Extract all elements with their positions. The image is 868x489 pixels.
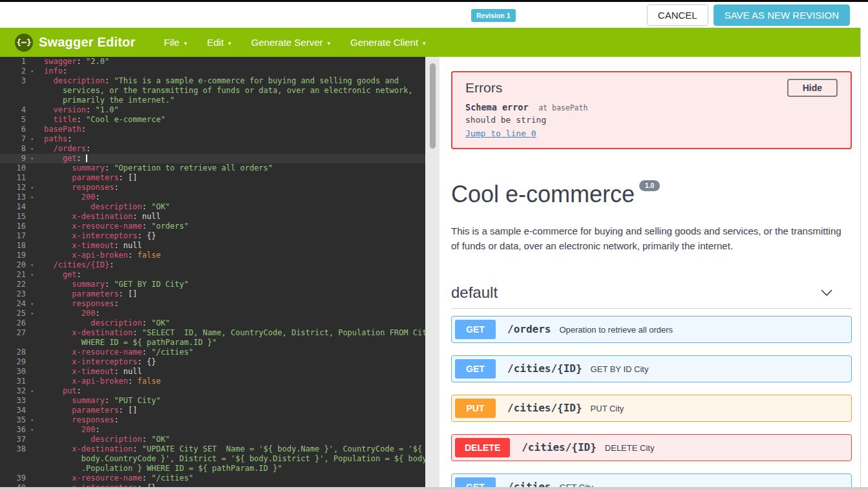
line-number: 25▾	[0, 309, 35, 318]
fold-arrow-icon[interactable]: ▾	[30, 67, 34, 76]
editor-scrollbar-thumb[interactable]	[430, 63, 436, 149]
fold-arrow-icon[interactable]: ▾	[30, 309, 34, 318]
method-badge: GET	[455, 359, 496, 379]
section-default-header[interactable]: default	[451, 284, 852, 309]
code-line[interactable]: 12▾ responses:	[0, 183, 425, 192]
code-line[interactable]: 18 x-timeout: null	[0, 241, 425, 251]
menu-file[interactable]: File▾	[164, 37, 187, 48]
code-line[interactable]: 37 description: "OK"	[0, 435, 425, 444]
fold-arrow-icon[interactable]: ▾	[30, 154, 34, 163]
code-line[interactable]: 15 x-destination: null	[0, 212, 425, 222]
code-line[interactable]: 17 x-interceptors: {}	[0, 231, 425, 241]
code-text: info:	[35, 67, 67, 76]
code-line[interactable]: 16 x-resource-name: "orders"	[0, 222, 425, 231]
fold-arrow-icon[interactable]: ▾	[30, 144, 34, 154]
menu-label: Edit	[207, 37, 224, 48]
code-line[interactable]: 26 description: "OK"	[0, 318, 425, 328]
code-line[interactable]: 21▾ get:	[0, 270, 425, 280]
code-line[interactable]: 36▾ 200:	[0, 425, 425, 435]
code-line[interactable]: 38 x-destination: "UPDATE City SET Name …	[0, 444, 425, 454]
code-line[interactable]: 8▾ /orders:	[0, 144, 425, 154]
hide-errors-button[interactable]: Hide	[787, 79, 838, 97]
code-text: 200:	[35, 192, 100, 202]
code-line[interactable]: .Population } WHERE ID = ${ pathParam.ID…	[0, 464, 425, 473]
save-as-new-revision-button[interactable]: SAVE AS NEW REVISION	[714, 5, 850, 26]
page-scrollbar[interactable]	[860, 28, 868, 489]
operation-get-cities-ID[interactable]: GET/cities/{ID}GET BY ID City	[451, 355, 852, 382]
code-line[interactable]: 27 x-destination: "SELECT ID, Name, Coun…	[0, 328, 425, 338]
menu-label: File	[164, 37, 180, 48]
line-number: 23	[0, 289, 35, 299]
code-line[interactable]: 30 x-timeout: null	[0, 367, 425, 377]
code-line[interactable]: 28 x-resource-name: "/cities"	[0, 348, 425, 357]
operation-put-cities-ID[interactable]: PUT/cities/{ID}PUT City	[451, 395, 852, 422]
fold-arrow-icon[interactable]: ▾	[30, 425, 34, 435]
code-line[interactable]: 1swagger: "2.0"	[0, 57, 425, 67]
code-text: put:	[35, 386, 81, 396]
line-number: 28	[0, 348, 35, 357]
code-line[interactable]: body.CountryCode }', District = '${ body…	[0, 454, 425, 464]
menu-generate-server[interactable]: Generate Server▾	[251, 37, 330, 48]
api-description: This is a sample e-commerce for buying a…	[451, 224, 843, 254]
operation-path: /orders	[507, 323, 551, 335]
menu-generate-client[interactable]: Generate Client▾	[350, 37, 426, 48]
code-line[interactable]: primarily the internet."	[0, 96, 425, 105]
code-editor[interactable]: 1swagger: "2.0"2▾info:3 description: "Th…	[0, 57, 425, 489]
code-text: x-api-broken: false	[35, 251, 161, 260]
code-line[interactable]: 3 description: "This is a sample e-comme…	[0, 76, 425, 86]
code-line[interactable]: 34 parameters: []	[0, 406, 425, 415]
operation-get-orders[interactable]: GET/ordersOperation to retrieve all orde…	[451, 316, 852, 343]
code-line[interactable]: 5 title: "Cool e-commerce"	[0, 115, 425, 125]
code-line[interactable]: 31 x-api-broken: false	[0, 377, 425, 386]
code-line[interactable]: 11 parameters: []	[0, 173, 425, 183]
code-text: x-timeout: null	[35, 241, 142, 251]
api-version-badge: 1.0	[639, 180, 660, 191]
fold-arrow-icon[interactable]: ▾	[30, 386, 34, 396]
code-line[interactable]: services, or the transmitting of funds o…	[0, 86, 425, 96]
code-line[interactable]: 19 x-api-broken: false	[0, 251, 425, 260]
code-line[interactable]: WHERE ID = ${ pathParam.ID }"	[0, 338, 425, 348]
fold-arrow-icon[interactable]: ▾	[30, 270, 34, 280]
fold-arrow-icon[interactable]: ▾	[30, 183, 34, 192]
code-line[interactable]: 20▾ /cities/{ID}:	[0, 260, 425, 270]
cancel-button[interactable]: CANCEL	[647, 5, 708, 26]
code-line[interactable]: 33 summary: "PUT City"	[0, 396, 425, 406]
code-line[interactable]: 25▾ 200:	[0, 309, 425, 318]
code-line[interactable]: 29 x-interceptors: {}	[0, 357, 425, 367]
code-line[interactable]: 24▾ responses:	[0, 299, 425, 309]
code-line[interactable]: 22 summary: "GET BY ID City"	[0, 280, 425, 289]
fold-arrow-icon[interactable]: ▾	[30, 260, 34, 270]
code-line[interactable]: 39 x-resource-name: "/cities"	[0, 473, 425, 483]
swagger-editor-window: Revision 1 CANCEL SAVE AS NEW REVISION {…	[0, 0, 868, 489]
editor-scrollbar[interactable]	[425, 57, 439, 489]
code-text: parameters: []	[35, 289, 138, 299]
line-number: 31	[0, 377, 35, 386]
line-number: 6	[0, 125, 35, 134]
operation-summary: Operation to retrieve all orders	[559, 324, 673, 335]
code-line[interactable]: 32▾ put:	[0, 386, 425, 396]
line-number: 24▾	[0, 299, 35, 309]
fold-arrow-icon[interactable]: ▾	[30, 415, 34, 425]
code-text: description: "OK"	[35, 202, 170, 212]
fold-arrow-icon[interactable]: ▾	[30, 134, 34, 144]
menu-list: File▾Edit▾Generate Server▾Generate Clien…	[164, 37, 426, 48]
code-line[interactable]: 9▾ get:	[0, 154, 425, 163]
code-line[interactable]: 35▾ responses:	[0, 415, 425, 425]
code-line[interactable]: 6basePath:	[0, 125, 425, 134]
code-line[interactable]: 13▾ 200:	[0, 192, 425, 202]
menu-edit[interactable]: Edit▾	[207, 37, 231, 48]
line-number: 8▾	[0, 144, 35, 154]
code-line[interactable]: 10 summary: "Operation to retrieve all o…	[0, 163, 425, 173]
line-number	[0, 86, 35, 96]
text-cursor	[86, 154, 87, 162]
code-line[interactable]: 23 parameters: []	[0, 289, 425, 299]
code-line[interactable]: 2▾info:	[0, 67, 425, 76]
fold-arrow-icon[interactable]: ▾	[30, 299, 34, 309]
code-line[interactable]: 4 version: "1.0"	[0, 105, 425, 115]
fold-arrow-icon[interactable]: ▾	[30, 192, 34, 202]
code-line[interactable]: 7▾paths:	[0, 134, 425, 144]
jump-to-line-link[interactable]: Jump to line 0	[465, 129, 536, 138]
code-line[interactable]: 14 description: "OK"	[0, 202, 425, 212]
operation-delete-cities-ID[interactable]: DELETE/cities/{ID}DELETE City	[451, 434, 852, 461]
docs-pane: Errors Hide Schema error at basePath sho…	[439, 57, 868, 489]
